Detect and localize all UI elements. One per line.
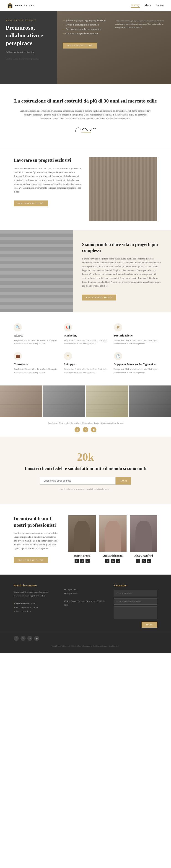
gallery-cell-4: [129, 385, 171, 417]
newsletter-email-input[interactable]: [40, 477, 116, 485]
team-cta-button[interactable]: PER SAPERNE DI PIÙ: [14, 557, 48, 563]
service-item-consulenza: 💼 Consulenza Sample text. Click to selec…: [14, 352, 57, 374]
lavoro-cta-button[interactable]: PER SAPERNE DI PIÙ: [14, 200, 48, 207]
social-facebook[interactable]: f: [75, 427, 80, 432]
anna-silhouette: [99, 515, 126, 552]
gallery-social-icons: f 𝕏 ◉: [14, 427, 157, 432]
logo-icon: [7, 2, 13, 9]
newsletter-submit-button[interactable]: INVITI: [116, 477, 131, 485]
site-footer: Mettiti in contatto Siamo pronti di prom…: [0, 575, 171, 653]
footer-phone1[interactable]: 1 (234) 567-891: [64, 588, 107, 591]
hero-feature-3: Punti sicure per guadagnare prospettive: [63, 28, 115, 30]
alex-facebook[interactable]: f: [136, 559, 140, 563]
building-text: Siamo una società di costruzione diversi…: [19, 109, 152, 121]
hero-left: Real Estate Agency Premuroso, collaborat…: [0, 11, 57, 84]
anna-name: Anna Richmond: [99, 554, 126, 557]
anna-linkedin[interactable]: in: [116, 559, 120, 563]
newsletter-subtext: iscriviti alla nostra newsletter e ricev…: [18, 488, 153, 490]
svg-rect-1: [9, 6, 11, 8]
hero-feature-2: Livello di coinvolgimento aumentato: [63, 24, 115, 26]
footer-social-instagram[interactable]: ◉: [34, 636, 39, 641]
contact-name-input[interactable]: [114, 590, 157, 596]
service-item-supporto: 🕐 Supporto 24 ore su 24, 7 giorni su Sam…: [114, 352, 157, 374]
marketing-title: Marketing: [64, 334, 77, 337]
hero-feature-1: Stabilire e agire per raggiungere gli ob…: [63, 19, 115, 22]
footer-bottom-text: Sample text. Click to select the text bo…: [14, 645, 157, 647]
supporto-icon: 🕐: [114, 352, 122, 360]
alex-silhouette: [130, 515, 157, 552]
building-title: La costruzione di muri costruiti da più …: [14, 98, 157, 104]
lavoro-image-bg: [89, 157, 157, 221]
hero-feature-4: Costruirsi corrispondenza personale: [63, 32, 115, 35]
jeffrey-name: Jeffrey Brown: [68, 554, 96, 557]
hero-features-col: Stabilire e agire per raggiungere gli ob…: [63, 19, 115, 76]
footer-link-2: Tecnologicamente avanzati: [14, 606, 57, 610]
hero-cta-button[interactable]: PER SAPERNE DI PIÙ: [63, 42, 97, 49]
anna-photo: [99, 515, 126, 552]
lavoro-section: Lavorare su progetti esclusivi Considera…: [0, 148, 171, 230]
alex-twitter[interactable]: 𝕏: [142, 559, 146, 563]
contact-email-input[interactable]: [114, 598, 157, 604]
sviluppo-text: Sample text. Click to select the text bo…: [64, 368, 107, 374]
jeffrey-twitter[interactable]: 𝕏: [80, 559, 84, 563]
lavoro-text-col: Lavorare su progetti esclusivi Considera…: [14, 157, 82, 221]
jeffrey-facebook[interactable]: f: [75, 559, 79, 563]
footer-col1-links: Tradizionalmente locali Tecnologicamente…: [14, 602, 57, 613]
footer-form-col: Contattaci INVIA: [114, 584, 157, 628]
nav-journey[interactable]: Journey: [131, 3, 140, 8]
alex-name: Alex Greenfield: [130, 554, 157, 557]
alex-linkedin[interactable]: in: [147, 559, 151, 563]
gallery-section: Sample text. Click to select the text bo…: [0, 385, 171, 437]
pronti-content: Siamo pronti a dare vita ai progetti più…: [73, 230, 171, 312]
anna-facebook[interactable]: f: [105, 559, 109, 563]
contact-submit-button[interactable]: INVIA: [142, 622, 157, 628]
footer-contact-col: Mettiti in contatto Siamo pronti di prom…: [14, 584, 57, 628]
consulenza-text: Sample text. Click to select the text bo…: [14, 368, 57, 374]
jeffrey-linkedin[interactable]: in: [86, 559, 90, 563]
hero-section: Real Estate Agency Premuroso, collaborat…: [0, 11, 171, 84]
footer-social-twitter[interactable]: 𝕏: [21, 636, 26, 641]
supporto-title: Supporto 24 ore su 24, 7 giorni su: [114, 363, 156, 366]
newsletter-form: INVITI: [40, 477, 131, 485]
newsletter-section: 20k I nostri clienti fedeli e soddisfatt…: [0, 437, 171, 504]
logo[interactable]: REAL ESTATE: [7, 2, 34, 9]
ricerca-icon: 🔍: [14, 323, 22, 332]
service-item-marketing: 📢 Marketing Sample text. Click to select…: [64, 323, 107, 345]
footer-col1-text: Siamo pronti di promuovere informazioni …: [14, 590, 57, 597]
marketing-icon: 📢: [64, 323, 72, 332]
proto-title: Prototipazione: [114, 334, 133, 337]
hero-right-paragraph: Turpis egestas integer eget aliquet elit…: [115, 19, 165, 29]
footer-form-title: Contattaci: [114, 584, 157, 587]
proto-icon: 🛠: [114, 323, 122, 332]
hero-subtitle: Collaboratori creatori di design: [6, 50, 51, 54]
ricerca-text: Sample text. Click to select the text bo…: [14, 339, 57, 345]
sviluppo-title: Sviluppo: [64, 363, 75, 366]
footer-social-linkedin[interactable]: in: [27, 636, 32, 641]
hero-right: Stabilire e agire per raggiungere gli ob…: [57, 11, 171, 84]
proto-text: Sample text. Click to select the text bo…: [114, 339, 157, 345]
sviluppo-icon: ⚙: [64, 352, 72, 360]
footer-phone2[interactable]: 1 (234) 567-893: [64, 592, 107, 595]
contact-message-textarea[interactable]: [114, 607, 157, 619]
team-intro-title: Incontra il team I nostri professionisti: [14, 515, 59, 528]
team-intro: Incontra il team I nostri professionisti…: [14, 515, 59, 563]
service-item-sviluppo: ⚙ Sviluppo Sample text. Click to select …: [64, 352, 107, 374]
team-cards: Jeffrey Brown f 𝕏 in Anna Richmond f 𝕏: [68, 515, 157, 563]
pronti-section: Siamo pronti a dare vita ai progetti più…: [0, 230, 171, 312]
nav-about[interactable]: About: [144, 4, 151, 7]
service-item-proto: 🛠 Prototipazione Sample text. Click to s…: [114, 323, 157, 345]
anna-twitter[interactable]: 𝕏: [111, 559, 115, 563]
main-nav: Journey About Contact: [131, 3, 164, 8]
supporto-text: Sample text. Click to select the text bo…: [114, 368, 157, 374]
consulenza-icon: 💼: [14, 352, 22, 360]
nav-contact[interactable]: Contact: [156, 4, 164, 7]
team-card-jeffrey: Jeffrey Brown f 𝕏 in: [68, 515, 96, 563]
footer-social-facebook[interactable]: f: [14, 636, 19, 641]
footer-link-3: Escursione e Tour: [14, 610, 57, 613]
gallery-caption: Sample text. Click to select the text bo…: [14, 422, 157, 424]
social-instagram[interactable]: ◉: [91, 427, 96, 432]
services-grid: 🔍 Ricerca Sample text. Click to select t…: [14, 323, 157, 374]
footer-address: 17 Nodi Street, IT Avenue, New York, NY …: [64, 599, 107, 607]
social-twitter[interactable]: 𝕏: [83, 427, 88, 432]
pronti-cta-button[interactable]: PER SAPERNE DI PIÙ: [82, 294, 116, 301]
